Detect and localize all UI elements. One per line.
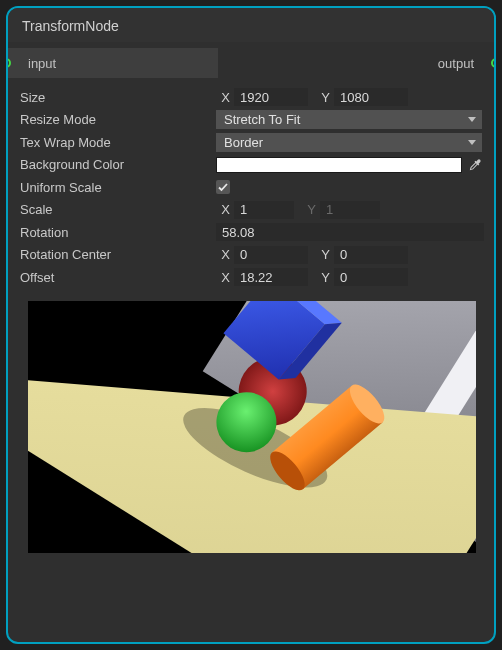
offset-label: Offset bbox=[20, 270, 216, 285]
rotation-center-y-input[interactable] bbox=[334, 246, 408, 264]
axis-y: Y bbox=[316, 247, 330, 262]
bgcolor-row: Background Color bbox=[20, 154, 482, 177]
rotation-center-label: Rotation Center bbox=[20, 247, 216, 262]
axis-x: X bbox=[216, 270, 230, 285]
uniform-scale-checkbox[interactable] bbox=[216, 180, 230, 194]
rotation-input[interactable] bbox=[216, 223, 484, 241]
input-port-label: input bbox=[28, 56, 56, 71]
preview-image bbox=[28, 301, 476, 553]
properties: Size X Y Resize Mode Stretch To Fit Tex … bbox=[8, 82, 494, 289]
ports-row: input output bbox=[8, 48, 494, 78]
tex-wrap-label: Tex Wrap Mode bbox=[20, 135, 216, 150]
resize-mode-select[interactable]: Stretch To Fit bbox=[216, 110, 482, 129]
offset-row: Offset X Y bbox=[20, 266, 482, 289]
axis-x: X bbox=[216, 90, 230, 105]
node-title: TransformNode bbox=[8, 8, 494, 42]
axis-x: X bbox=[216, 202, 230, 217]
rotation-row: Rotation bbox=[20, 221, 482, 244]
port-dot-icon bbox=[6, 58, 11, 68]
rotation-center-x-input[interactable] bbox=[234, 246, 308, 264]
size-row: Size X Y bbox=[20, 86, 482, 109]
output-port-label: output bbox=[438, 56, 474, 71]
resize-mode-row: Resize Mode Stretch To Fit bbox=[20, 109, 482, 132]
scale-row: Scale X Y bbox=[20, 199, 482, 222]
size-x-input[interactable] bbox=[234, 88, 308, 106]
scale-label: Scale bbox=[20, 202, 216, 217]
output-port[interactable]: output bbox=[218, 48, 494, 78]
chevron-down-icon bbox=[468, 140, 476, 145]
resize-mode-label: Resize Mode bbox=[20, 112, 216, 127]
size-y-input[interactable] bbox=[334, 88, 408, 106]
tex-wrap-select[interactable]: Border bbox=[216, 133, 482, 152]
port-dot-icon bbox=[491, 58, 496, 68]
scale-y-input bbox=[320, 201, 380, 219]
tex-wrap-row: Tex Wrap Mode Border bbox=[20, 131, 482, 154]
scale-x-input[interactable] bbox=[234, 201, 294, 219]
rotation-center-row: Rotation Center X Y bbox=[20, 244, 482, 267]
axis-y: Y bbox=[316, 90, 330, 105]
axis-y: Y bbox=[316, 270, 330, 285]
rotation-label: Rotation bbox=[20, 225, 216, 240]
resize-mode-value: Stretch To Fit bbox=[224, 112, 300, 127]
chevron-down-icon bbox=[468, 117, 476, 122]
size-label: Size bbox=[20, 90, 216, 105]
bgcolor-field[interactable] bbox=[216, 157, 462, 173]
eyedropper-icon[interactable] bbox=[468, 158, 482, 172]
bgcolor-label: Background Color bbox=[20, 157, 216, 172]
offset-x-input[interactable] bbox=[234, 268, 308, 286]
uniform-scale-row: Uniform Scale bbox=[20, 176, 482, 199]
tex-wrap-value: Border bbox=[224, 135, 263, 150]
axis-y: Y bbox=[302, 202, 316, 217]
input-port[interactable]: input bbox=[8, 48, 218, 78]
axis-x: X bbox=[216, 247, 230, 262]
offset-y-input[interactable] bbox=[334, 268, 408, 286]
uniform-scale-label: Uniform Scale bbox=[20, 180, 216, 195]
preview-viewport bbox=[28, 301, 476, 553]
transform-node-panel: TransformNode input output Size X Y Resi… bbox=[6, 6, 496, 644]
